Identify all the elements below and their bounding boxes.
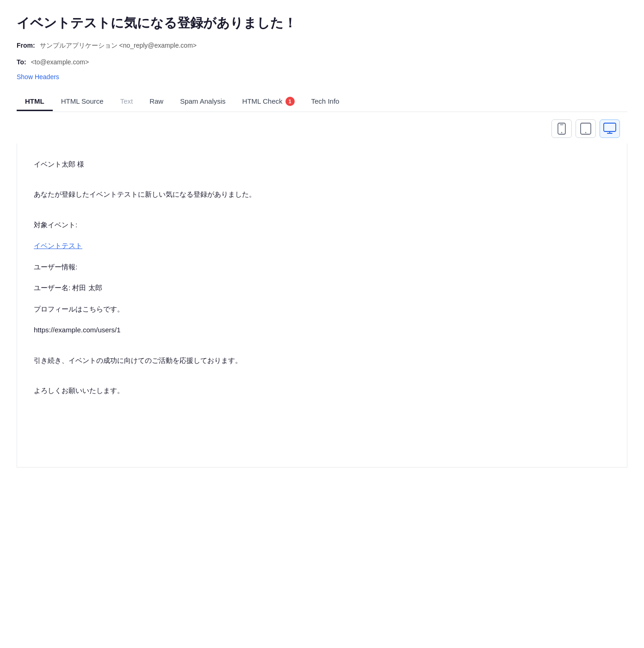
svg-point-4 bbox=[585, 132, 586, 133]
closing-line1: 引き続き、イベントの成功に向けてのご活動を応援しております。 bbox=[34, 355, 610, 367]
tab-html-check-label: HTML Check bbox=[242, 97, 283, 105]
body-line1: あなたが登録したイベントテストに新しい気になる登録がありました。 bbox=[34, 188, 610, 200]
user-info-label: ユーザー情報: bbox=[34, 261, 610, 273]
svg-point-1 bbox=[561, 132, 562, 133]
email-title: イベントテストに気になる登録がありました！ bbox=[17, 15, 627, 31]
tab-spam-analysis[interactable]: Spam Analysis bbox=[172, 93, 234, 111]
profile-url: https://example.com/users/1 bbox=[34, 324, 610, 336]
email-body: イベント太郎 様 あなたが登録したイベントテストに新しい気になる登録がありました… bbox=[17, 143, 627, 467]
html-check-badge: 1 bbox=[285, 97, 295, 106]
tab-bar: HTML HTML Source Text Raw Spam Analysis … bbox=[17, 92, 627, 112]
closing-line2: よろしくお願いいたします。 bbox=[34, 385, 610, 397]
svg-rect-5 bbox=[604, 123, 616, 131]
email-to-line: To: <to@example.com> bbox=[17, 56, 627, 68]
desktop-icon bbox=[603, 123, 616, 135]
tab-tech-info[interactable]: Tech Info bbox=[303, 93, 348, 111]
view-toolbar bbox=[17, 112, 627, 143]
tab-html[interactable]: HTML bbox=[17, 93, 53, 111]
event-link[interactable]: イベントテスト bbox=[34, 242, 82, 249]
show-headers-link[interactable]: Show Headers bbox=[17, 73, 59, 81]
event-label: 対象イベント: bbox=[34, 219, 610, 231]
mobile-icon bbox=[557, 123, 567, 135]
profile-text: プロフィールはこちらです。 bbox=[34, 303, 610, 315]
username-line: ユーザー名: 村田 太郎 bbox=[34, 282, 610, 294]
tab-raw[interactable]: Raw bbox=[141, 93, 172, 111]
desktop-view-button[interactable] bbox=[600, 119, 620, 138]
tablet-icon bbox=[580, 123, 592, 135]
mobile-view-button[interactable] bbox=[551, 119, 572, 138]
tab-html-check[interactable]: HTML Check 1 bbox=[234, 92, 303, 112]
tab-html-source[interactable]: HTML Source bbox=[53, 93, 112, 111]
email-from-line: From: サンプルアプリケーション <no_reply@example.com… bbox=[17, 40, 627, 51]
greeting-line: イベント太郎 様 bbox=[34, 158, 610, 170]
tab-text[interactable]: Text bbox=[112, 93, 142, 111]
tablet-view-button[interactable] bbox=[576, 119, 596, 138]
